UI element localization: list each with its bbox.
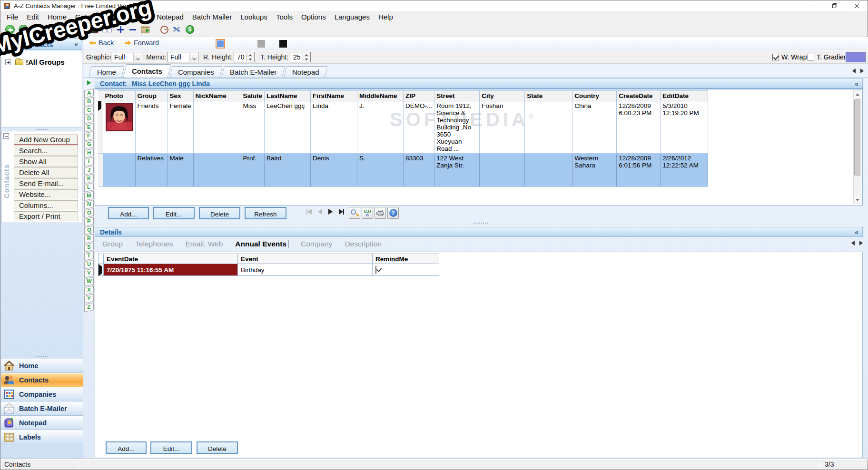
cell-createdate[interactable]: 12/28/2009 6:00:23 PM <box>617 101 661 154</box>
menu-item[interactable]: Batch Mailer <box>188 12 236 22</box>
menu-item[interactable]: Notepad <box>152 12 188 22</box>
task-button[interactable]: Send E-mail... <box>14 178 78 188</box>
toolbar-reminder-button[interactable] <box>158 24 170 35</box>
sidebar-splitter[interactable] <box>0 355 83 358</box>
cell-zip[interactable]: DEMO-... <box>404 101 434 154</box>
close-button[interactable] <box>846 0 868 11</box>
tab-scroll-left-icon[interactable] <box>852 69 856 73</box>
task-button[interactable]: Search... <box>14 146 78 156</box>
column-header[interactable]: Event <box>238 254 373 264</box>
contact-row[interactable]: Friends Female Miss LeeChen ggç Linda J.… <box>98 101 708 154</box>
cell-firstname[interactable]: Denis <box>311 154 357 187</box>
back-link[interactable]: Back <box>89 39 114 47</box>
memo-select[interactable]: Full <box>167 52 198 62</box>
toolbar-contacts-button[interactable] <box>88 24 99 35</box>
toolbar-search-button[interactable] <box>76 24 87 35</box>
tree-item-all-groups[interactable]: !All Groups <box>5 58 82 66</box>
minimize-button[interactable] <box>802 0 824 11</box>
details-tab[interactable]: Annual Events <box>235 240 288 248</box>
cell-salute[interactable]: Prof. <box>241 154 265 187</box>
section-splitter[interactable] <box>473 223 488 224</box>
toolbar-remove-button[interactable] <box>127 24 138 35</box>
scrollbar-thumb[interactable] <box>854 99 860 176</box>
column-header[interactable]: Country <box>572 91 617 101</box>
cell-group[interactable]: Relatives <box>135 154 168 187</box>
column-header[interactable]: NickName <box>193 91 241 101</box>
cell-middlename[interactable]: S. <box>357 154 404 187</box>
toolbar-back-button[interactable] <box>4 24 16 35</box>
main-tab[interactable]: Companies <box>169 66 223 78</box>
cell-nickname[interactable] <box>193 154 241 187</box>
nav-item-companies[interactable]: Companies <box>1 387 83 401</box>
menu-item[interactable]: Home <box>43 12 71 22</box>
cell-city[interactable] <box>480 154 525 187</box>
cell-country[interactable]: China <box>572 101 617 154</box>
cell-state[interactable] <box>525 154 572 187</box>
details-tab[interactable]: Group <box>102 240 123 248</box>
cell-firstname[interactable]: Linda <box>311 101 357 154</box>
next-record-button[interactable] <box>328 209 333 215</box>
nav-item-contacts[interactable]: Contacts <box>1 373 83 387</box>
menu-item[interactable]: Companies <box>108 12 152 22</box>
last-record-button[interactable] <box>339 209 344 215</box>
menu-item[interactable]: Lookups <box>236 12 272 22</box>
search-record-button[interactable] <box>349 207 360 219</box>
main-tab[interactable]: Contacts <box>123 64 171 78</box>
task-button[interactable]: Columns... <box>14 200 78 210</box>
print-button[interactable] <box>375 207 386 219</box>
scroll-up-icon[interactable] <box>854 91 861 98</box>
main-tab[interactable]: Home <box>89 66 125 78</box>
contact-section-collapse-button[interactable]: « <box>855 80 862 88</box>
scroll-down-icon[interactable] <box>854 196 861 204</box>
menu-item[interactable]: Tools <box>272 12 297 22</box>
cell-createdate[interactable]: 12/28/2009 6:01:56 PM <box>617 154 661 187</box>
cell-event-date[interactable]: 7/20/1975 11:16:55 AM <box>104 264 238 276</box>
menu-item[interactable]: Help <box>374 12 397 22</box>
cell-salute[interactable]: Miss <box>241 101 265 154</box>
column-header[interactable]: ZIP <box>404 91 434 101</box>
row-height-stepper[interactable]: 70 <box>234 52 255 62</box>
cell-state[interactable] <box>525 101 572 154</box>
sidebar-splitter[interactable] <box>0 127 83 131</box>
main-tab[interactable]: Batch E-Mailer <box>221 66 285 78</box>
grid-action-button[interactable]: Refresh <box>245 207 286 219</box>
toolbar-money-button[interactable]: $ <box>184 24 196 35</box>
cell-editdate[interactable]: 2/26/2012 12:22:52 AM <box>661 154 708 187</box>
menu-item[interactable]: Languages <box>330 12 374 22</box>
main-tab[interactable]: Notepad <box>284 66 328 78</box>
cell-zip[interactable]: 83303 <box>404 154 434 187</box>
cell-street[interactable]: 122 West Zanja Str. <box>434 154 480 187</box>
menu-item[interactable]: Options <box>297 12 330 22</box>
column-header[interactable]: Photo <box>103 91 135 101</box>
details-tab-scroll-left-icon[interactable] <box>851 241 855 245</box>
graphics-select[interactable]: Full <box>111 52 142 62</box>
restore-button[interactable] <box>824 0 846 11</box>
cell-event[interactable]: Birthday <box>238 264 373 276</box>
details-tab[interactable]: Company <box>301 240 332 248</box>
spinner-arrows-icon[interactable] <box>303 53 310 61</box>
remind-me-checkbox[interactable] <box>375 266 376 274</box>
cell-group[interactable]: Friends <box>135 101 168 154</box>
details-tab-scroll-right-icon[interactable] <box>859 241 863 245</box>
palette-black-swatch[interactable] <box>279 40 287 48</box>
cell-middlename[interactable]: J. <box>357 101 404 154</box>
column-header[interactable]: State <box>525 91 572 101</box>
details-tab[interactable]: Description <box>345 240 382 248</box>
task-button[interactable]: Show All <box>14 157 78 166</box>
column-header[interactable]: MiddleName <box>357 91 404 101</box>
task-button[interactable]: Delete All <box>14 167 78 177</box>
first-record-button[interactable] <box>306 209 312 215</box>
nav-item-home[interactable]: Home <box>1 359 83 373</box>
tab-scroll-right-icon[interactable] <box>860 69 864 73</box>
task-button[interactable]: Export / Print <box>14 211 78 221</box>
cell-sex[interactable]: Female <box>168 101 193 154</box>
alphabet-tab[interactable]: Z <box>84 303 94 313</box>
column-header[interactable]: EventDate <box>104 254 238 264</box>
nav-item-batch-emailer[interactable]: Batch E-Mailer <box>1 401 83 416</box>
toolbar-add-button[interactable] <box>115 24 126 35</box>
column-header[interactable]: Salute <box>241 91 265 101</box>
cell-nickname[interactable] <box>193 101 241 154</box>
title-gradient-checkbox[interactable] <box>808 54 814 60</box>
contacts-scrollbar[interactable] <box>853 90 861 204</box>
column-header[interactable]: Sex <box>168 91 193 101</box>
